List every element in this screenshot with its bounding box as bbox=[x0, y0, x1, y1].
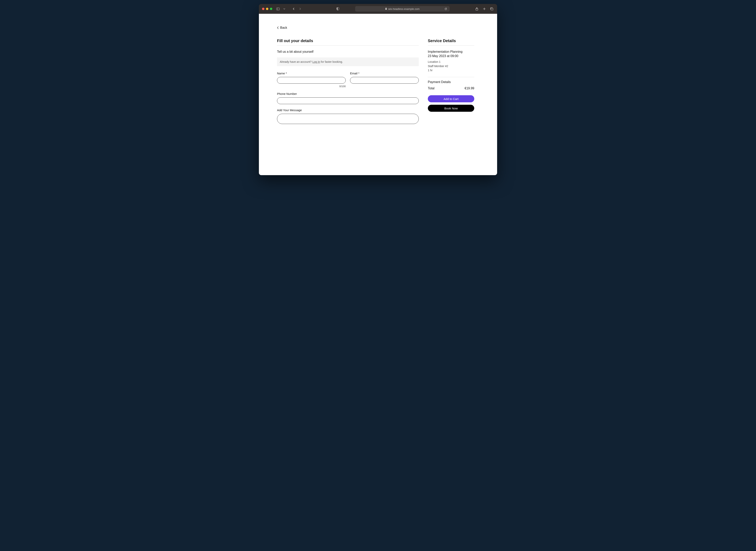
back-link[interactable]: Back bbox=[277, 26, 287, 29]
form-subheading: Tell us a bit about yourself bbox=[277, 50, 419, 53]
chevron-left-icon bbox=[277, 26, 279, 29]
new-tab-icon[interactable] bbox=[482, 7, 486, 11]
lock-icon bbox=[385, 7, 387, 10]
phone-field-wrap: Phone Number bbox=[277, 92, 419, 104]
login-banner: Already have an account? Log In for fast… bbox=[277, 57, 419, 66]
add-to-cart-button[interactable]: Add to Cart bbox=[428, 95, 474, 102]
total-label: Total bbox=[428, 87, 434, 90]
service-name: Implementation Planning bbox=[428, 50, 474, 53]
email-field-wrap: Email * bbox=[350, 72, 419, 88]
book-now-button[interactable]: Book Now bbox=[428, 105, 474, 112]
zoom-window-button[interactable] bbox=[270, 8, 272, 10]
privacy-shield-icon[interactable] bbox=[336, 7, 340, 11]
browser-window: wix-headless-example.com Back bbox=[259, 4, 497, 175]
phone-input[interactable] bbox=[277, 97, 419, 104]
tab-overview-icon[interactable] bbox=[490, 7, 494, 11]
svg-rect-2 bbox=[385, 8, 387, 10]
payment-heading: Payment Details bbox=[428, 80, 474, 84]
message-label: Add Your Message bbox=[277, 108, 419, 112]
back-link-label: Back bbox=[280, 26, 287, 29]
share-icon[interactable] bbox=[475, 7, 479, 11]
total-row: Total €19.99 bbox=[428, 87, 474, 90]
phone-label: Phone Number bbox=[277, 92, 419, 95]
browser-titlebar: wix-headless-example.com bbox=[259, 4, 497, 14]
service-duration: 1 hr bbox=[428, 68, 474, 73]
service-details-panel: Service Details Implementation Planning … bbox=[428, 39, 474, 114]
name-char-counter: 0/100 bbox=[339, 85, 346, 88]
total-value: €19.99 bbox=[465, 87, 474, 90]
service-staff: Staff Member #2 bbox=[428, 64, 474, 68]
service-heading: Service Details bbox=[428, 39, 474, 46]
page-content: Back Fill out your details Tell us a bit… bbox=[259, 14, 497, 175]
form-heading: Fill out your details bbox=[277, 39, 419, 46]
nav-forward-button[interactable] bbox=[298, 7, 302, 11]
close-window-button[interactable] bbox=[262, 8, 265, 10]
message-input[interactable] bbox=[277, 114, 419, 124]
name-label: Name * bbox=[277, 72, 346, 75]
window-controls bbox=[262, 8, 272, 10]
details-form: Fill out your details Tell us a bit abou… bbox=[277, 39, 419, 128]
name-field-wrap: Name * 0/100 bbox=[277, 72, 346, 88]
message-field-wrap: Add Your Message bbox=[277, 108, 419, 124]
email-label: Email * bbox=[350, 72, 419, 75]
minimize-window-button[interactable] bbox=[266, 8, 268, 10]
svg-rect-7 bbox=[491, 8, 493, 10]
tab-group-chevron-icon[interactable] bbox=[282, 7, 287, 11]
svg-rect-0 bbox=[277, 8, 280, 10]
login-link[interactable]: Log In bbox=[312, 60, 320, 63]
login-banner-prefix: Already have an account? bbox=[280, 60, 312, 63]
reload-icon[interactable] bbox=[444, 7, 448, 11]
nav-back-button[interactable] bbox=[292, 7, 296, 11]
address-bar[interactable]: wix-headless-example.com bbox=[355, 6, 450, 12]
address-bar-host: wix-headless-example.com bbox=[388, 7, 420, 10]
name-input[interactable] bbox=[277, 77, 346, 84]
login-banner-suffix: for faster booking. bbox=[320, 60, 343, 63]
sidebar-toggle-icon[interactable] bbox=[276, 7, 280, 11]
service-datetime: 23 May 2023 at 09:00 bbox=[428, 54, 474, 58]
email-input[interactable] bbox=[350, 77, 419, 84]
service-location: Location 1 bbox=[428, 60, 474, 64]
